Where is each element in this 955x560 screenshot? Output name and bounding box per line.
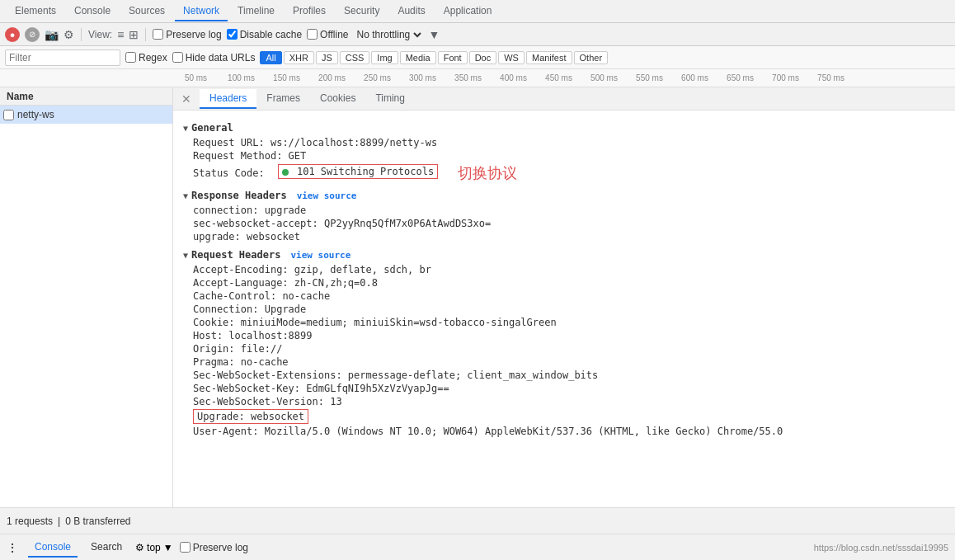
tab-frames[interactable]: Frames xyxy=(256,89,310,109)
request-method-value: GET xyxy=(289,150,307,162)
console-menu-icon[interactable]: ⋮ xyxy=(7,541,18,554)
throttle-dropdown-icon[interactable]: ▼ xyxy=(429,28,440,41)
console-bar: ⋮ Console Search ⚙ top ▼ Preserve log ht… xyxy=(0,534,955,560)
disable-cache-checkbox[interactable] xyxy=(227,29,238,40)
request-headers-triangle: ▼ xyxy=(183,251,188,260)
status-code-value: 101 Switching Protocols xyxy=(297,166,434,177)
divider2 xyxy=(145,28,146,41)
hide-data-label[interactable]: Hide data URLs xyxy=(186,52,256,64)
console-tab-search[interactable]: Search xyxy=(84,538,129,558)
tab-network[interactable]: Network xyxy=(175,2,228,21)
tick-750: 750 ms xyxy=(808,73,854,82)
filter-css[interactable]: CSS xyxy=(340,51,370,64)
console-icons: ⋮ xyxy=(7,541,18,554)
network-toolbar: ● ⊘ 📷 ⚙ View: ≡ ⊞ Preserve log Disable c… xyxy=(0,23,955,46)
tab-application[interactable]: Application xyxy=(435,2,501,21)
tab-timing[interactable]: Timing xyxy=(365,89,415,109)
offline-label[interactable]: Offline xyxy=(320,29,348,40)
filter-xhr[interactable]: XHR xyxy=(284,51,314,64)
record-stop-button[interactable]: ● xyxy=(5,27,20,42)
rqh-connection: Connection: Upgrade xyxy=(183,304,945,315)
regex-label[interactable]: Regex xyxy=(139,52,167,64)
response-headers-title: ▼ Response Headers view source xyxy=(183,190,945,201)
response-view-source-link[interactable]: view source xyxy=(297,191,357,201)
rh-sec-accept-key: sec-websocket-accept: xyxy=(193,218,324,229)
tab-console[interactable]: Console xyxy=(66,2,119,21)
top-label: top xyxy=(147,542,161,553)
console-filter-icon[interactable]: ⚙ xyxy=(135,542,144,553)
tab-audits[interactable]: Audits xyxy=(389,2,433,21)
console-tab-console[interactable]: Console xyxy=(28,538,78,558)
tick-200: 200 ms xyxy=(309,73,355,82)
top-dropdown-icon[interactable]: ▼ xyxy=(163,542,173,553)
request-url-key: Request URL: xyxy=(193,137,265,148)
hide-data-checkbox[interactable] xyxy=(172,52,183,63)
filter-media[interactable]: Media xyxy=(400,51,436,64)
tab-cookies[interactable]: Cookies xyxy=(310,89,365,109)
compact-view-icon[interactable]: ⊞ xyxy=(129,28,139,41)
rqh-upgrade: Upgrade: websocket xyxy=(183,409,945,424)
disable-cache-group: Disable cache xyxy=(227,29,302,40)
tick-100: 100 ms xyxy=(219,73,264,82)
preserve-log-checkbox[interactable] xyxy=(153,29,163,40)
filter-ws[interactable]: WS xyxy=(498,51,525,64)
request-method-key: Request Method: xyxy=(193,150,282,162)
close-detail-button[interactable]: ✕ xyxy=(176,92,196,106)
preserve-log-label[interactable]: Preserve log xyxy=(166,29,221,40)
item-checkbox[interactable] xyxy=(3,110,14,120)
divider xyxy=(81,28,82,41)
status-bar: 1 requests | 0 B transferred xyxy=(0,507,955,534)
request-url-row: Request URL: ws://localhost:8899/netty-w… xyxy=(183,137,945,148)
filter-icon[interactable]: ⚙ xyxy=(64,28,74,41)
rqh-accept-language: Accept-Language: zh-CN,zh;q=0.8 xyxy=(183,277,945,289)
transferred-size: 0 B transferred xyxy=(65,515,130,527)
filter-js[interactable]: JS xyxy=(316,51,338,64)
throttle-select[interactable]: No throttling xyxy=(354,28,424,41)
rh-sec-accept-value: QP2yyRnq5QfM7x0P6AtAwdDS3xo= xyxy=(324,218,491,229)
filter-manifest[interactable]: Manifest xyxy=(526,51,572,64)
tab-elements[interactable]: Elements xyxy=(7,2,64,21)
rqh-origin: Origin: file:// xyxy=(183,343,945,355)
offline-checkbox[interactable] xyxy=(307,29,318,40)
tab-profiles[interactable]: Profiles xyxy=(285,2,334,21)
status-code-key: Status Code: xyxy=(193,167,265,179)
filter-other[interactable]: Other xyxy=(574,51,609,64)
filter-input[interactable] xyxy=(5,49,120,66)
status-code-box: 101 Switching Protocols xyxy=(278,164,438,179)
tick-700: 700 ms xyxy=(763,73,808,82)
disable-cache-label[interactable]: Disable cache xyxy=(240,29,302,40)
camera-icon[interactable]: 📷 xyxy=(45,28,59,41)
rqh-pragma: Pragma: no-cache xyxy=(183,356,945,368)
tick-350: 350 ms xyxy=(445,73,491,82)
regex-checkbox[interactable] xyxy=(125,52,136,63)
list-item[interactable]: netty-ws xyxy=(0,106,172,124)
console-preserve-label[interactable]: Preserve log xyxy=(193,542,248,553)
general-triangle: ▼ xyxy=(183,124,188,133)
timeline-header: 50 ms 100 ms 150 ms 200 ms 250 ms 300 ms… xyxy=(0,69,955,87)
chinese-annotation: 切换协议 xyxy=(458,163,517,183)
requests-count: 1 requests xyxy=(7,515,53,527)
filter-img[interactable]: Img xyxy=(371,51,398,64)
console-preserve-checkbox[interactable] xyxy=(180,542,191,553)
upgrade-box: Upgrade: websocket xyxy=(193,409,308,424)
response-headers-label: Response Headers xyxy=(191,190,287,201)
list-view-icon[interactable]: ≡ xyxy=(117,28,124,41)
request-url-value: ws://localhost:8899/netty-ws xyxy=(271,137,437,148)
rqh-sec-ws-ext: Sec-WebSocket-Extensions: permessage-def… xyxy=(183,369,945,381)
tab-headers[interactable]: Headers xyxy=(200,89,256,109)
tab-security[interactable]: Security xyxy=(336,2,388,21)
tick-550: 550 ms xyxy=(627,73,672,82)
rqh-user-agent: User-Agent: Mozilla/5.0 (Windows NT 10.0… xyxy=(183,426,945,437)
tick-50: 50 ms xyxy=(173,73,219,82)
tab-timeline[interactable]: Timeline xyxy=(229,2,283,21)
request-method-row: Request Method: GET xyxy=(183,150,945,162)
general-section-title: ▼ General xyxy=(183,122,945,134)
tab-sources[interactable]: Sources xyxy=(120,2,173,21)
filter-font[interactable]: Font xyxy=(438,51,468,64)
clear-button[interactable]: ⊘ xyxy=(25,27,40,42)
filter-doc[interactable]: Doc xyxy=(469,51,497,64)
request-view-source-link[interactable]: view source xyxy=(290,250,350,261)
console-preserve-group: Preserve log xyxy=(180,542,248,553)
filter-all[interactable]: All xyxy=(260,51,281,64)
rh-upgrade-value: websocket xyxy=(247,231,300,242)
